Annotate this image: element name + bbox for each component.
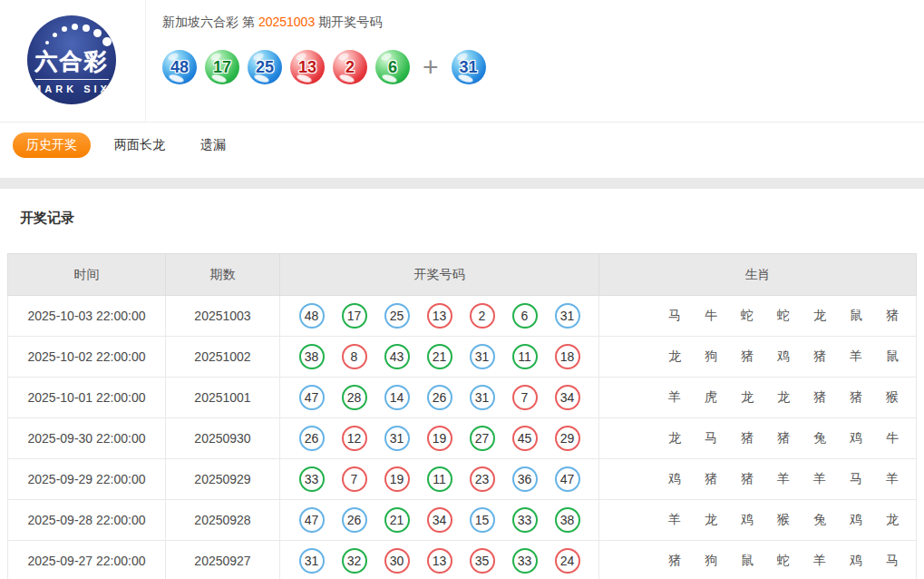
zodiac-char: 猪 [874,308,910,324]
zodiac-char: 猴 [765,512,802,528]
tab-omission[interactable]: 遗漏 [200,137,226,153]
column-header-time: 时间 [8,254,166,296]
cell-period: 20250929 [166,459,280,500]
result-ball: 12 [342,426,367,451]
table-row: 2025-10-02 22:00:00 20251002 38843213111… [8,337,917,378]
zodiac-char: 龙 [802,308,838,324]
zodiac-char: 龙 [729,389,765,406]
result-ball: 11 [427,466,452,492]
result-ball: 45 [512,426,538,451]
cell-balls: 26123119274529 [280,426,598,451]
winning-balls-row: 4817251326 + 31 [162,50,924,84]
zodiac-char: 龙 [765,389,802,406]
zodiac-char: 猪 [657,553,693,569]
tab-two-sided-streak[interactable]: 两面长龙 [114,137,165,153]
result-ball: 7 [512,385,538,410]
lottery-ball: 25 [248,50,282,84]
zodiac-char: 鼠 [874,348,910,365]
result-ball: 33 [299,466,325,492]
zodiac-char: 蛇 [765,553,802,569]
main-balls: 4817251326 [162,50,410,84]
zodiac-char: 猪 [729,430,765,447]
result-ball: 25 [384,303,410,329]
result-ball: 29 [555,426,580,451]
result-ball: 36 [512,466,538,492]
lottery-ball: 6 [375,50,410,84]
zodiac-char: 马 [693,430,729,447]
lottery-ball: 13 [290,50,325,84]
tab-bar: 历史开奖 两面长龙 遗漏 [0,123,924,178]
cell-time: 2025-09-28 22:00:00 [8,500,166,541]
table-header-row: 时间 期数 开奖号码 生肖 [8,254,917,296]
table-row: 2025-09-29 22:00:00 20250929 33719112336… [8,459,917,500]
result-ball: 17 [342,303,367,329]
result-ball: 19 [384,466,410,492]
zodiac-char: 猴 [874,389,910,406]
result-ball: 14 [384,385,410,410]
result-ball: 31 [470,385,495,410]
zodiac-char: 马 [838,471,874,487]
draw-title-period: 20251003 [255,15,318,29]
result-ball: 35 [470,548,495,574]
zodiac-char: 虎 [693,389,729,406]
zodiac-char: 鼠 [838,308,874,324]
zodiac-char: 狗 [693,348,729,365]
result-ball: 7 [342,466,367,492]
plus-icon: + [423,54,439,81]
result-ball: 30 [384,548,410,574]
draw-title-suffix: 期开奖号码 [318,15,382,29]
result-ball: 28 [342,385,367,410]
draw-title-prefix: 新加坡六合彩 第 [162,15,255,29]
header-main: 新加坡六合彩 第20251003期开奖号码 4817251326 + 31 [145,0,924,122]
result-ball: 23 [470,466,495,492]
lottery-ball: 17 [205,50,239,84]
cell-zodiac: 龙狗猪鸡猪羊鼠 [599,348,916,365]
cell-zodiac: 羊龙鸡猴兔鸡龙 [599,512,916,528]
cell-balls: 3884321311118 [280,344,598,369]
result-ball: 31 [555,303,580,329]
result-ball: 26 [299,426,325,451]
table-row: 2025-09-27 22:00:00 20250927 31323013353… [8,541,917,579]
section-divider [0,178,924,189]
result-ball: 38 [555,507,580,533]
result-ball: 24 [555,548,580,574]
section-title: 开奖记录 [0,189,924,227]
result-ball: 38 [299,344,325,369]
zodiac-char: 羊 [657,512,693,528]
result-ball: 13 [427,303,452,329]
lottery-ball: 31 [452,50,486,84]
result-ball: 33 [512,507,538,533]
mark-six-logo: 六合彩 MARK SIX [27,15,116,104]
zodiac-char: 猪 [729,348,765,365]
result-ball: 26 [342,507,367,533]
zodiac-char: 鸡 [838,553,874,569]
cell-period: 20250928 [166,500,280,541]
cell-time: 2025-09-29 22:00:00 [8,459,166,500]
zodiac-char: 蛇 [765,308,802,324]
zodiac-char: 猪 [729,471,765,487]
cell-time: 2025-10-02 22:00:00 [8,337,166,378]
result-ball: 21 [384,507,410,533]
zodiac-char: 马 [874,553,910,569]
bonus-ball-holder: 31 [452,50,486,84]
results-table: 时间 期数 开奖号码 生肖 2025-10-03 22:00:00 202510… [7,253,917,579]
zodiac-char: 龙 [657,430,693,447]
zodiac-char: 羊 [802,471,838,487]
result-ball: 47 [299,507,325,533]
cell-zodiac: 猪狗鼠蛇羊鸡马 [599,553,916,569]
lottery-ball: 48 [162,50,197,84]
zodiac-char: 猪 [765,430,802,447]
cell-zodiac: 马牛蛇蛇龙鼠猪 [599,308,916,324]
result-ball: 31 [384,426,410,451]
result-ball: 27 [470,426,495,451]
tab-history-draws[interactable]: 历史开奖 [13,132,91,158]
zodiac-char: 羊 [765,471,802,487]
cell-period: 20250930 [166,418,280,459]
zodiac-char: 龙 [874,512,910,528]
column-header-period: 期数 [166,254,280,296]
zodiac-char: 马 [657,308,693,324]
result-ball: 48 [299,303,325,329]
result-ball: 34 [427,507,452,533]
zodiac-char: 牛 [874,430,910,447]
result-ball: 8 [342,344,367,369]
